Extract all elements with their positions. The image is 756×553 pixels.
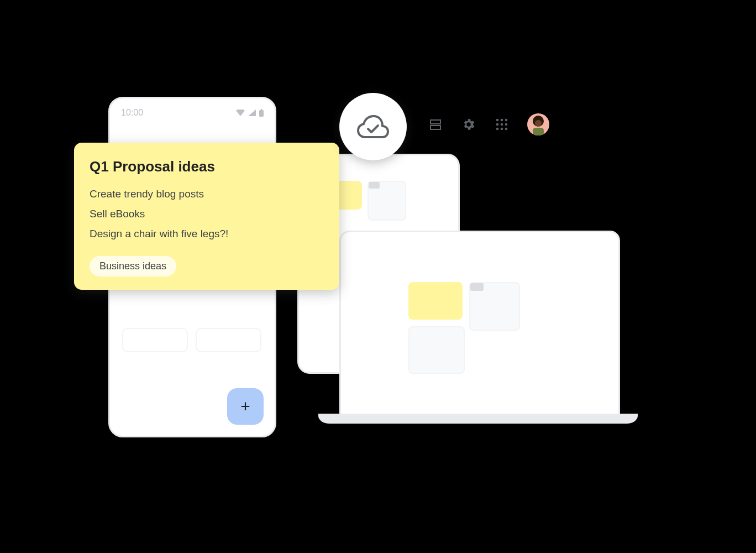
- avatar-image: [527, 113, 549, 135]
- note-body: Create trendy blog posts Sell eBooks Des…: [90, 184, 324, 244]
- svg-point-12: [505, 128, 508, 131]
- svg-point-7: [496, 123, 499, 126]
- cloud-sync-badge: [339, 93, 407, 160]
- svg-rect-3: [431, 126, 440, 129]
- note-label-chip[interactable]: Business ideas: [90, 256, 176, 276]
- phone-status-bar: 10:00: [121, 108, 264, 118]
- svg-point-10: [496, 128, 499, 131]
- laptop-note-gray: [469, 282, 520, 331]
- laptop-note-gray-2: [408, 326, 465, 374]
- apps-button[interactable]: [494, 117, 510, 132]
- svg-point-6: [505, 119, 508, 122]
- wifi-icon: [236, 109, 245, 116]
- plus-icon: +: [240, 397, 250, 416]
- cloud-check-icon: [357, 115, 389, 138]
- note-line: Design a chair with five legs?!: [90, 224, 324, 244]
- svg-point-11: [501, 128, 503, 131]
- svg-rect-16: [533, 128, 544, 135]
- note-title: Q1 Proposal ideas: [90, 158, 324, 175]
- gear-icon: [461, 117, 476, 132]
- settings-button[interactable]: [461, 117, 476, 132]
- header-toolbar: [428, 113, 549, 135]
- list-view-icon: [429, 118, 442, 131]
- laptop-screen: [339, 231, 620, 418]
- svg-point-15: [535, 120, 542, 127]
- new-note-button[interactable]: +: [227, 388, 264, 425]
- battery-icon: [259, 109, 264, 117]
- laptop-note-yellow: [408, 282, 463, 320]
- svg-rect-0: [259, 110, 264, 117]
- svg-point-4: [496, 119, 499, 122]
- signal-icon: [248, 109, 256, 116]
- note-line: Sell eBooks: [90, 204, 324, 224]
- svg-rect-1: [261, 109, 262, 110]
- note-line: Create trendy blog posts: [90, 184, 324, 204]
- account-avatar[interactable]: [527, 113, 549, 135]
- svg-point-8: [501, 123, 503, 126]
- phone-note-placeholder-1: [122, 328, 188, 352]
- list-view-button[interactable]: [428, 117, 443, 132]
- note-card[interactable]: Q1 Proposal ideas Create trendy blog pos…: [74, 143, 339, 290]
- laptop-notch: [453, 414, 504, 418]
- tablet-note-gray: [368, 181, 406, 221]
- apps-grid-icon: [496, 118, 508, 131]
- svg-rect-2: [431, 120, 440, 124]
- phone-note-placeholder-2: [196, 328, 261, 352]
- phone-time: 10:00: [121, 108, 143, 118]
- svg-point-5: [501, 119, 503, 122]
- svg-point-9: [505, 123, 508, 126]
